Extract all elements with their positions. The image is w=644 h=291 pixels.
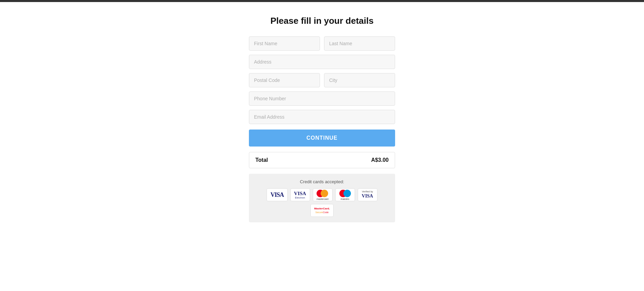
visa-card-badge: VISA [267,188,287,201]
last-name-input[interactable] [324,36,395,51]
visa-electron-badge: VISA Electron [290,188,310,201]
postal-city-row [249,73,395,87]
mastercard-badge: mastercard [313,188,333,201]
phone-input[interactable] [249,91,395,106]
city-input[interactable] [324,73,395,87]
verified-visa-badge: Verified by VISA [358,188,377,201]
visa-electron-icon: VISA Electron [294,191,306,199]
maestro-icon [339,190,351,197]
credit-cards-section: Credit cards accepted: VISA VISA Electro… [249,174,395,222]
form-container: CONTINUE Total A$3.00 Credit cards accep… [249,36,395,222]
credit-cards-label: Credit cards accepted: [300,179,344,184]
continue-button[interactable]: CONTINUE [249,130,395,147]
total-amount: A$3.00 [371,157,389,163]
cards-row: VISA VISA Electron [254,188,390,217]
total-box: Total A$3.00 [249,152,395,168]
address-input[interactable] [249,55,395,69]
page-title: Please fill in your details [270,16,373,26]
verified-visa-icon: Verified by VISA [362,190,373,199]
maestro-badge: maestro [335,188,355,201]
email-input[interactable] [249,110,395,124]
mastercard-icon [317,190,328,197]
first-name-input[interactable] [249,36,320,51]
name-row [249,36,395,51]
mc-securecode-badge: MasterCard. SecureCode [310,204,334,217]
postal-code-input[interactable] [249,73,320,87]
total-label: Total [255,157,268,163]
mc-securecode-icon: MasterCard. SecureCode [314,207,330,213]
visa-icon: VISA [270,191,284,199]
page-container: Please fill in your details CONTINUE Tot… [0,2,644,236]
